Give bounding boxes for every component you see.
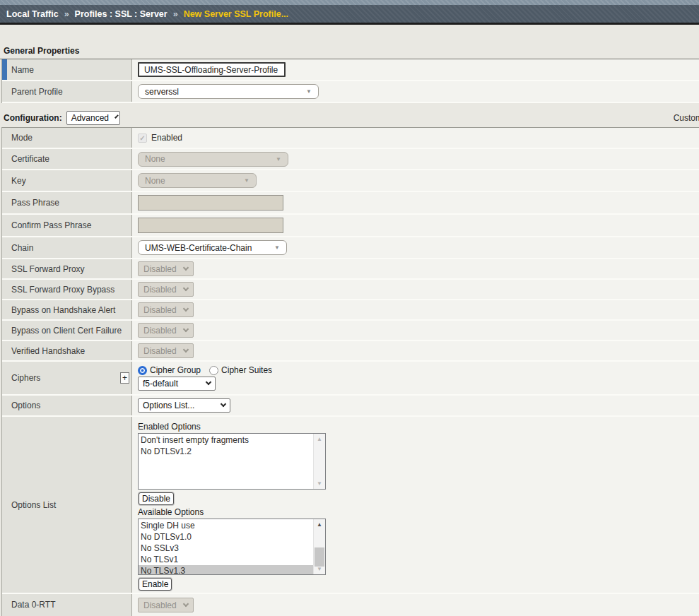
scroll-up-icon[interactable]: ▲ bbox=[314, 519, 325, 530]
configuration-view-select[interactable]: Advanced bbox=[66, 111, 120, 125]
breadcrumb-local-traffic[interactable]: Local Traffic bbox=[6, 9, 59, 19]
custom-column-header: Custom bbox=[674, 113, 699, 123]
row-verified-handshake: Verified Handshake Disabled bbox=[2, 341, 699, 362]
data-0rtt-label: Data 0-RTT bbox=[11, 600, 55, 610]
row-confirm-pass-phrase: Confirm Pass Phrase bbox=[2, 215, 699, 237]
options-list-label: Options List bbox=[11, 500, 56, 510]
data-0rtt-select-value: Disabled bbox=[143, 600, 177, 610]
parent-profile-label-cell: Parent Profile bbox=[2, 81, 132, 102]
chevron-down-icon bbox=[182, 600, 188, 606]
name-label-cell: Name bbox=[2, 59, 132, 80]
available-options-listbox[interactable]: Single DH use No DTLSv1.0 No SSLv3 No TL… bbox=[138, 519, 326, 575]
name-input[interactable] bbox=[138, 62, 286, 77]
parent-profile-label: Parent Profile bbox=[11, 87, 63, 97]
row-certificate: Certificate None ▼ bbox=[2, 149, 699, 170]
enabled-options-scrollbar[interactable]: ▲ ▼ bbox=[313, 434, 325, 489]
breadcrumb-bar: Local Traffic » Profiles : SSL : Server … bbox=[0, 0, 699, 25]
verified-handshake-select: Disabled bbox=[138, 343, 194, 358]
disable-button[interactable]: Disable bbox=[139, 492, 174, 505]
ssl-forward-proxy-bypass-label: SSL Forward Proxy Bypass bbox=[11, 285, 114, 295]
verified-handshake-select-value: Disabled bbox=[143, 346, 177, 356]
key-dropdown: None ▼ bbox=[138, 173, 257, 188]
row-ssl-forward-proxy-bypass: SSL Forward Proxy Bypass Disabled bbox=[2, 280, 699, 300]
topbar-bottom-edge bbox=[0, 23, 699, 25]
available-option-item-selected[interactable]: No TLSv1.3 bbox=[139, 565, 313, 574]
options-select-value: Options List... bbox=[143, 401, 194, 410]
scrollbar-track[interactable] bbox=[314, 444, 325, 478]
cipher-suites-radio[interactable] bbox=[209, 366, 218, 375]
enabled-option-item[interactable]: Don't insert empty fragments bbox=[139, 434, 313, 446]
scrollbar-thumb[interactable] bbox=[315, 547, 324, 567]
dropdown-arrow-icon: ▼ bbox=[276, 156, 281, 162]
mode-checkbox-label: Enabled bbox=[151, 133, 182, 143]
cipher-group-radio-label[interactable]: Cipher Group bbox=[150, 365, 201, 375]
mode-checkbox: ✓ bbox=[138, 134, 147, 143]
certificate-dropdown-value: None bbox=[145, 154, 165, 164]
row-bypass-on-handshake-alert: Bypass on Handshake Alert Disabled bbox=[2, 300, 699, 321]
cipher-group-select[interactable]: f5-default bbox=[138, 377, 216, 391]
breadcrumb-separator-icon: » bbox=[64, 9, 69, 19]
cipher-suites-radio-label[interactable]: Cipher Suites bbox=[221, 365, 272, 375]
ssl-forward-proxy-bypass-select-value: Disabled bbox=[143, 285, 177, 295]
ciphers-expand-button[interactable]: + bbox=[120, 372, 129, 384]
ssl-forward-proxy-bypass-select: Disabled bbox=[138, 282, 194, 297]
ssl-forward-proxy-select: Disabled bbox=[138, 261, 194, 276]
row-chain: Chain UMS-WEB-Certificate-Chain ▼ bbox=[2, 237, 699, 259]
name-label: Name bbox=[11, 65, 34, 75]
chevron-down-icon bbox=[182, 264, 188, 270]
scroll-up-icon[interactable]: ▲ bbox=[314, 434, 325, 444]
available-option-item[interactable]: No TLSv1 bbox=[139, 554, 313, 565]
available-options-scrollbar[interactable]: ▲ ▼ bbox=[313, 519, 325, 574]
pass-phrase-input bbox=[138, 195, 283, 211]
configuration-table: Mode ✓ Enabled Certificate None ▼ Key No… bbox=[1, 127, 699, 616]
breadcrumb-current-page: New Server SSL Profile... bbox=[184, 9, 288, 19]
chevron-down-icon bbox=[182, 305, 188, 311]
parent-profile-dropdown[interactable]: serverssl ▼ bbox=[138, 84, 319, 99]
scroll-down-icon[interactable]: ▼ bbox=[314, 478, 325, 489]
verified-handshake-label: Verified Handshake bbox=[11, 346, 85, 356]
bypass-on-client-cert-failure-label: Bypass on Client Cert Failure bbox=[11, 326, 122, 336]
chain-dropdown-value: UMS-WEB-Certificate-Chain bbox=[145, 243, 252, 253]
data-0rtt-select: Disabled bbox=[138, 598, 194, 612]
breadcrumb-profiles-ssl-server[interactable]: Profiles : SSL : Server bbox=[75, 9, 168, 19]
cipher-group-select-value: f5-default bbox=[143, 379, 178, 389]
row-data-0rtt: Data 0-RTT Disabled bbox=[2, 594, 699, 616]
row-parent-profile: Parent Profile serverssl ▼ bbox=[2, 81, 699, 103]
topbar-texture-strip bbox=[0, 0, 699, 5]
options-select[interactable]: Options List... bbox=[138, 398, 230, 413]
bypass-on-handshake-alert-select: Disabled bbox=[138, 302, 194, 317]
confirm-pass-phrase-label: Confirm Pass Phrase bbox=[11, 220, 91, 230]
chevron-down-icon bbox=[114, 114, 119, 119]
available-option-item[interactable]: No SSLv3 bbox=[139, 543, 313, 554]
chain-dropdown[interactable]: UMS-WEB-Certificate-Chain ▼ bbox=[138, 240, 287, 255]
enabled-options-listbox[interactable]: Don't insert empty fragments No DTLSv1.2… bbox=[138, 433, 326, 490]
enable-button[interactable]: Enable bbox=[139, 578, 172, 591]
chevron-down-icon bbox=[182, 326, 188, 331]
dropdown-arrow-icon: ▼ bbox=[244, 177, 249, 184]
chevron-down-icon bbox=[221, 401, 226, 407]
scrollbar-track[interactable] bbox=[314, 530, 325, 564]
key-dropdown-value: None bbox=[145, 176, 165, 186]
chevron-down-icon bbox=[206, 379, 211, 385]
general-properties-heading: General Properties bbox=[0, 46, 699, 59]
enabled-option-item[interactable]: No DTLSv1.2 bbox=[139, 446, 313, 457]
ssl-forward-proxy-label: SSL Forward Proxy bbox=[11, 264, 85, 274]
cipher-group-radio[interactable] bbox=[138, 366, 147, 375]
configuration-heading: Configuration: bbox=[4, 113, 62, 123]
bypass-on-client-cert-failure-select-value: Disabled bbox=[143, 326, 177, 336]
general-properties-table: Name Parent Profile serverssl ▼ bbox=[1, 59, 699, 103]
available-option-item[interactable]: No DTLSv1.0 bbox=[139, 531, 313, 543]
ciphers-label: Ciphers bbox=[11, 373, 40, 383]
pass-phrase-label: Pass Phrase bbox=[11, 198, 59, 208]
row-options-list: Options List Enabled Options Don't inser… bbox=[2, 417, 699, 594]
bypass-on-client-cert-failure-select: Disabled bbox=[138, 323, 194, 338]
bypass-on-handshake-alert-select-value: Disabled bbox=[143, 305, 177, 315]
bypass-on-handshake-alert-label: Bypass on Handshake Alert bbox=[11, 305, 115, 315]
chevron-down-icon bbox=[182, 346, 188, 352]
breadcrumb: Local Traffic » Profiles : SSL : Server … bbox=[0, 5, 699, 23]
row-mode: Mode ✓ Enabled bbox=[2, 128, 699, 149]
available-options-caption: Available Options bbox=[138, 507, 204, 517]
available-option-item[interactable]: Single DH use bbox=[139, 520, 313, 531]
configuration-view-select-value: Advanced bbox=[71, 113, 109, 123]
enabled-options-caption: Enabled Options bbox=[138, 422, 201, 432]
